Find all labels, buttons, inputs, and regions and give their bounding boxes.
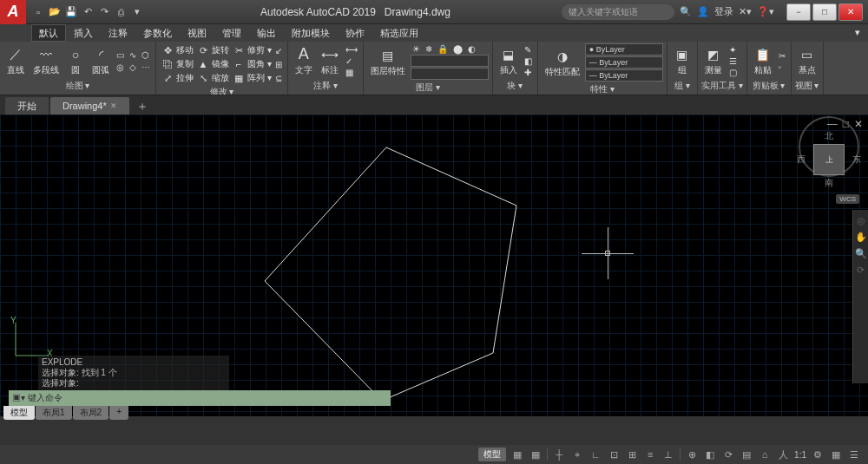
- hatch-button[interactable]: ◇: [128, 62, 138, 73]
- search-box[interactable]: 键入关键字或短语: [562, 4, 674, 20]
- add-tab-button[interactable]: ＋: [131, 99, 154, 114]
- tab-collab[interactable]: 协作: [338, 24, 372, 42]
- qat-open-icon[interactable]: 📂: [48, 5, 62, 19]
- qat-more-icon[interactable]: ▾: [130, 5, 144, 19]
- layer-dropdown-1[interactable]: [411, 55, 489, 67]
- more-draw-1[interactable]: ⬡: [140, 49, 152, 61]
- qat-save-icon[interactable]: 💾: [64, 5, 78, 19]
- tab-default[interactable]: 默认: [31, 24, 66, 42]
- sb-model-space[interactable]: 模型: [478, 448, 506, 461]
- tab-featured[interactable]: 精选应用: [372, 24, 426, 42]
- scale-button[interactable]: ⤡缩放: [195, 71, 231, 85]
- arc-button[interactable]: ◜圆弧: [89, 45, 113, 78]
- tab-view[interactable]: 视图: [180, 24, 214, 42]
- panel-anno-title[interactable]: 注释 ▾: [292, 79, 359, 93]
- color-dropdown[interactable]: ● ByLayer: [585, 43, 663, 56]
- tab-addins[interactable]: 附加模块: [284, 24, 338, 42]
- util-s3[interactable]: ▢: [727, 67, 739, 78]
- dimension-button[interactable]: ⟷标注: [318, 45, 342, 78]
- qat-new-icon[interactable]: ▫: [31, 5, 45, 19]
- trim-button[interactable]: ✂修剪 ▾: [231, 43, 273, 57]
- panel-draw-title[interactable]: 绘图 ▾: [3, 79, 152, 93]
- modify-ex3[interactable]: ⊆: [273, 71, 284, 85]
- qat-undo-icon[interactable]: ↶: [81, 5, 95, 19]
- vc-north[interactable]: 北: [797, 130, 861, 142]
- vc-west[interactable]: 西: [797, 154, 806, 166]
- nav-wheel-icon[interactable]: ◎: [857, 215, 865, 226]
- canvas-close-icon[interactable]: ✕: [854, 118, 863, 130]
- match-props-button[interactable]: ◑特性匹配: [542, 47, 583, 80]
- drawing-canvas[interactable]: — □ ✕ 北 西 上 东 南 WCS ◎ ✋ 🔍 ⟳ Y X EXPLODE …: [0, 114, 868, 416]
- pentagon-shape[interactable]: [252, 141, 547, 409]
- vc-face[interactable]: 上: [813, 144, 845, 175]
- model-tab[interactable]: 模型: [3, 406, 35, 420]
- help-icon[interactable]: ❓▾: [757, 6, 774, 17]
- rotate-button[interactable]: ⟳旋转: [195, 43, 231, 57]
- nav-zoom-icon[interactable]: 🔍: [855, 248, 867, 259]
- paste-button[interactable]: 📋粘贴: [751, 45, 775, 78]
- base-button[interactable]: ▭基点: [795, 45, 819, 78]
- tab-insert[interactable]: 插入: [66, 24, 101, 42]
- panel-block-title[interactable]: 块 ▾: [496, 79, 534, 93]
- block-s1[interactable]: ✎: [523, 44, 534, 56]
- command-input[interactable]: ▣▾ 键入命令: [9, 390, 391, 406]
- sb-clean-icon[interactable]: ▦: [829, 448, 843, 461]
- panel-utils-title[interactable]: 实用工具 ▾: [701, 79, 743, 93]
- sb-annoscale-icon[interactable]: 人: [776, 448, 790, 461]
- tab-output[interactable]: 输出: [249, 24, 284, 42]
- move-button[interactable]: ✥移动: [160, 43, 195, 57]
- app-logo[interactable]: A: [0, 0, 26, 24]
- block-s2[interactable]: ◧: [523, 56, 534, 67]
- layer-i5[interactable]: ◐: [466, 43, 477, 55]
- layer-props-button[interactable]: ▤图层特性: [367, 46, 409, 79]
- vc-south[interactable]: 南: [797, 177, 861, 189]
- user-icon[interactable]: 👤: [697, 6, 709, 17]
- circle-button[interactable]: ○圆: [64, 45, 87, 78]
- rect-button[interactable]: ▭: [115, 49, 126, 61]
- panel-clip-title[interactable]: 剪贴板 ▾: [751, 79, 787, 93]
- vc-east[interactable]: 东: [852, 154, 861, 166]
- sb-osnap-icon[interactable]: ⊡: [607, 448, 621, 461]
- qat-redo-icon[interactable]: ↷: [97, 5, 111, 19]
- line-button[interactable]: ／直线: [3, 45, 28, 78]
- sb-home-icon[interactable]: ⌂: [758, 448, 772, 461]
- anno-s3[interactable]: ▦: [344, 67, 359, 78]
- sb-polar-icon[interactable]: ⌖: [570, 448, 584, 461]
- sb-anno-icon[interactable]: ◧: [703, 448, 717, 461]
- nav-pan-icon[interactable]: ✋: [855, 232, 867, 243]
- sb-grid-icon[interactable]: ▦: [510, 448, 524, 461]
- sb-3dosnap-icon[interactable]: ⊞: [625, 448, 639, 461]
- panel-modify-title[interactable]: 修改 ▾: [160, 85, 284, 95]
- layer-dropdown-2[interactable]: [411, 68, 489, 80]
- tab-parametric[interactable]: 参数化: [135, 24, 180, 42]
- mirror-button[interactable]: ▲镜像: [195, 57, 231, 71]
- tab-manage[interactable]: 管理: [214, 24, 249, 42]
- panel-group-title[interactable]: 组 ▾: [671, 79, 694, 93]
- sb-scale[interactable]: 1:1: [794, 450, 806, 460]
- nav-orbit-icon[interactable]: ⟳: [857, 265, 865, 276]
- login-label[interactable]: 登录: [714, 5, 733, 18]
- panel-layers-title[interactable]: 图层 ▾: [367, 81, 489, 95]
- anno-s2[interactable]: ✓: [344, 56, 359, 67]
- layer-i2[interactable]: ❄: [424, 43, 434, 55]
- linetype-dropdown[interactable]: — ByLayer: [585, 69, 663, 82]
- sb-lw-icon[interactable]: ≡: [643, 448, 657, 461]
- spline-button[interactable]: ∿: [128, 49, 138, 61]
- tab-annotate[interactable]: 注释: [101, 24, 135, 42]
- close-button[interactable]: ✕: [838, 3, 863, 21]
- sb-ortho-icon[interactable]: ┼: [552, 448, 566, 461]
- more-draw-2[interactable]: ⋯: [140, 62, 152, 73]
- ribbon-min-icon[interactable]: ▾: [847, 24, 868, 42]
- layer-i3[interactable]: 🔒: [436, 43, 450, 55]
- sb-custom-icon[interactable]: ☰: [847, 448, 861, 461]
- modify-ex1[interactable]: ↙: [273, 43, 284, 57]
- minimize-button[interactable]: －: [786, 3, 811, 21]
- layer-i1[interactable]: ☀: [411, 43, 422, 55]
- copy-button[interactable]: ⿻复制: [160, 57, 195, 71]
- util-s1[interactable]: ✦: [727, 44, 739, 56]
- tab-start[interactable]: 开始: [5, 97, 49, 114]
- layout1-tab[interactable]: 布局1: [36, 406, 72, 420]
- text-button[interactable]: A文字: [292, 45, 316, 78]
- group-button[interactable]: ▣组: [671, 45, 694, 78]
- util-s2[interactable]: ☰: [727, 56, 739, 67]
